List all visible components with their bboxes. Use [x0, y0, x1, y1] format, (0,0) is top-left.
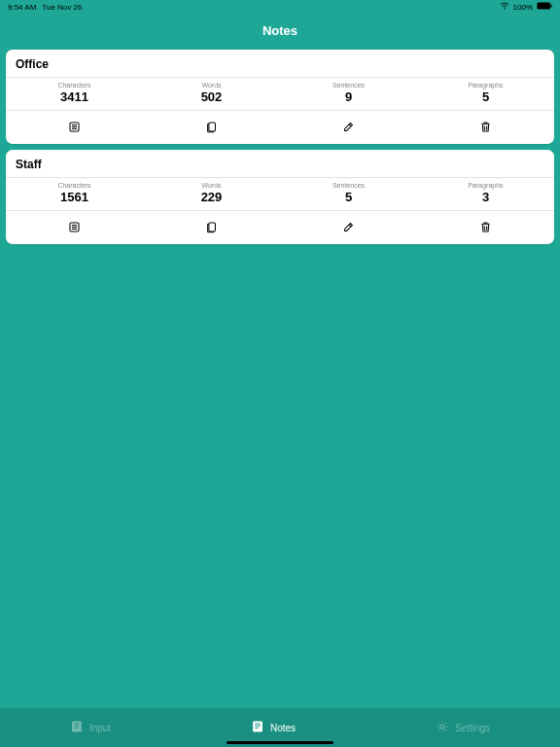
wifi-icon [500, 2, 509, 12]
svg-rect-18 [253, 721, 262, 731]
stats-row: Characters 3411 Words 502 Sentences 9 Pa… [6, 77, 554, 111]
status-date: Tue Nov 26 [42, 3, 82, 12]
stat-value: 5 [417, 89, 554, 104]
stat-value: 5 [280, 190, 417, 204]
battery-icon [537, 2, 552, 12]
tab-settings[interactable]: Settings [436, 720, 490, 735]
note-card: Staff Characters 1561 Words 229 Sentence… [6, 150, 554, 244]
gear-icon [436, 720, 449, 735]
tab-notes[interactable]: Notes [251, 720, 296, 735]
tab-bar: Input Notes Settings [0, 708, 560, 747]
stat-characters: Characters 1561 [6, 182, 143, 204]
svg-rect-17 [72, 721, 82, 731]
svg-rect-2 [550, 4, 551, 8]
delete-button[interactable] [417, 117, 554, 136]
delete-button[interactable] [417, 217, 554, 236]
tab-label: Input [89, 723, 111, 733]
edit-button[interactable] [280, 117, 417, 136]
input-icon [70, 720, 84, 735]
svg-rect-1 [537, 2, 549, 9]
actions-row [6, 211, 554, 242]
battery-percent: 100% [513, 3, 533, 12]
list-button[interactable] [6, 117, 143, 136]
stat-value: 229 [143, 190, 280, 204]
svg-rect-7 [209, 122, 216, 130]
stat-paragraphs: Paragraphs 3 [417, 182, 554, 204]
note-card: Office Characters 3411 Words 502 Sentenc… [6, 50, 554, 144]
stat-label: Words [143, 182, 280, 189]
stat-value: 3411 [6, 89, 143, 104]
status-time: 9:54 AM [8, 3, 36, 12]
stat-label: Sentences [280, 182, 417, 189]
stat-value: 3 [417, 190, 554, 204]
tab-label: Notes [270, 723, 296, 733]
actions-row [6, 111, 554, 142]
stat-label: Sentences [280, 82, 417, 89]
stat-paragraphs: Paragraphs 5 [417, 82, 554, 104]
stat-value: 502 [143, 89, 280, 104]
stat-value: 1561 [6, 190, 143, 204]
svg-rect-14 [209, 222, 216, 231]
stat-label: Words [143, 82, 280, 89]
stat-label: Characters [6, 82, 143, 89]
stat-sentences: Sentences 9 [280, 82, 417, 104]
tab-input[interactable]: Input [70, 720, 111, 735]
stat-value: 9 [280, 89, 417, 104]
stats-row: Characters 1561 Words 229 Sentences 5 Pa… [6, 177, 554, 211]
note-title: Office [6, 57, 554, 77]
home-indicator [227, 741, 333, 744]
svg-point-0 [504, 8, 505, 9]
stat-label: Characters [6, 182, 143, 189]
copy-button[interactable] [143, 117, 280, 136]
copy-button[interactable] [143, 217, 280, 236]
stat-words: Words 229 [143, 182, 280, 204]
page-title: Notes [0, 14, 560, 50]
edit-button[interactable] [280, 217, 417, 236]
status-bar: 9:54 AM Tue Nov 26 100% [0, 0, 560, 14]
stat-words: Words 502 [143, 82, 280, 104]
note-title: Staff [6, 158, 554, 177]
stat-label: Paragraphs [417, 82, 554, 89]
list-button[interactable] [6, 217, 143, 236]
stat-sentences: Sentences 5 [280, 182, 417, 204]
svg-point-19 [440, 725, 444, 729]
notes-list: Office Characters 3411 Words 502 Sentenc… [0, 50, 560, 244]
tab-label: Settings [455, 723, 490, 733]
stat-label: Paragraphs [417, 182, 554, 189]
stat-characters: Characters 3411 [6, 82, 143, 104]
notes-icon [251, 720, 264, 735]
